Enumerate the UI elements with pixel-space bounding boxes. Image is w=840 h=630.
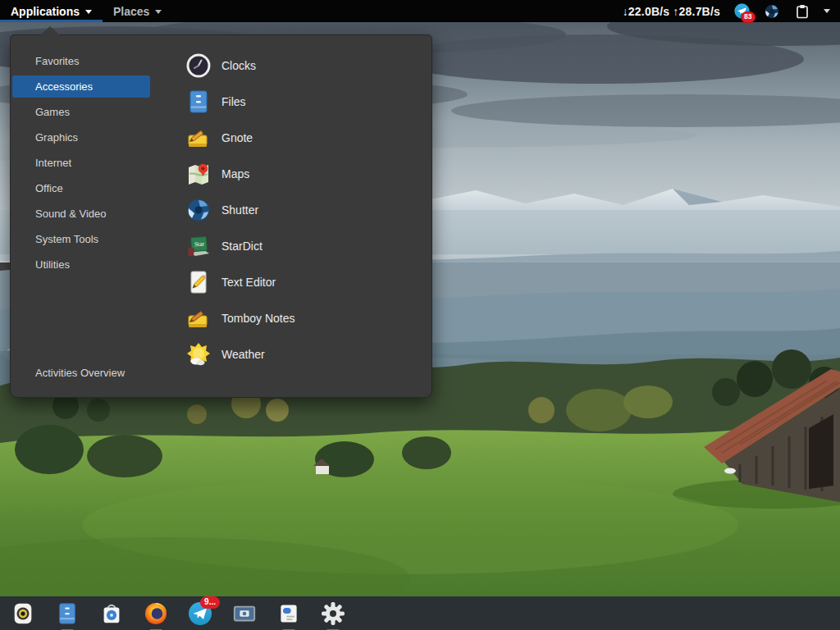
- app-item-files[interactable]: Files: [185, 84, 294, 120]
- camera-app-icon[interactable]: [10, 600, 36, 627]
- bottom-task-bar: 9...: [0, 596, 840, 630]
- category-sound-video[interactable]: Sound & Video: [12, 203, 150, 225]
- shutter-tray-icon[interactable]: [763, 2, 781, 21]
- app-list: Clocks Files G: [185, 48, 294, 372]
- menu-pointer-arrow: [40, 26, 60, 35]
- category-internet[interactable]: Internet: [12, 152, 150, 174]
- app-label: Weather: [221, 348, 265, 361]
- telegram-unread-badge: 9...: [200, 596, 220, 609]
- top-bar: Applications Places ↓22.0B/s ↑28.7B/s 83: [0, 0, 840, 22]
- files-icon: [185, 89, 212, 115]
- app-label: StarDict: [221, 240, 262, 253]
- system-menu-caret[interactable]: [824, 9, 830, 13]
- clocks-icon: [185, 52, 212, 79]
- app-label: Clocks: [221, 59, 256, 72]
- app-item-weather[interactable]: Weather: [185, 336, 294, 372]
- category-list: Favorites Accessories Games Graphics Int…: [12, 50, 150, 279]
- app-label: Files: [221, 95, 246, 108]
- app-label: Maps: [221, 167, 249, 180]
- app-label: Text Editor: [221, 276, 276, 289]
- app-item-shutter[interactable]: Shutter: [185, 192, 294, 228]
- chat-unread-badge: 83: [741, 11, 756, 23]
- category-accessories[interactable]: Accessories: [12, 75, 150, 98]
- chevron-down-icon: [155, 10, 162, 14]
- chevron-down-icon: [85, 10, 92, 14]
- chat-tray-icon[interactable]: 83: [733, 2, 751, 21]
- category-graphics[interactable]: Graphics: [12, 126, 150, 148]
- app-item-tomboy-notes[interactable]: Tomboy Notes: [185, 300, 294, 336]
- app-label: Tomboy Notes: [221, 312, 294, 325]
- clipboard-tray-icon[interactable]: [793, 2, 811, 21]
- app-item-clocks[interactable]: Clocks: [185, 48, 294, 84]
- app-item-maps[interactable]: Maps: [185, 156, 294, 192]
- tomboy-notes-icon: [185, 305, 212, 331]
- stardict-icon: Star: [185, 233, 212, 259]
- top-bar-status-area: ↓22.0B/s ↑28.7B/s 83: [623, 0, 840, 22]
- activities-overview-button[interactable]: Activities Overview: [35, 367, 125, 379]
- category-favorites[interactable]: Favorites: [12, 50, 150, 72]
- category-office[interactable]: Office: [12, 177, 150, 199]
- screenshot-app-icon[interactable]: [231, 600, 258, 627]
- applications-menu-popup: Favorites Accessories Games Graphics Int…: [10, 34, 432, 398]
- gnote-icon: [185, 125, 212, 151]
- network-speed-indicator: ↓22.0B/s ↑28.7B/s: [623, 5, 720, 18]
- places-label: Places: [113, 5, 149, 18]
- places-menu-button[interactable]: Places: [103, 0, 172, 22]
- shutter-icon: [185, 197, 212, 223]
- maps-icon: [185, 161, 212, 187]
- app-item-gnote[interactable]: Gnote: [185, 120, 294, 156]
- applications-label: Applications: [11, 5, 80, 18]
- text-editor-icon: [185, 269, 212, 295]
- category-utilities[interactable]: Utilities: [12, 253, 150, 276]
- applications-menu-button[interactable]: Applications: [0, 0, 103, 22]
- app-label: Gnote: [221, 131, 253, 144]
- category-system-tools[interactable]: System Tools: [12, 228, 150, 250]
- svg-text:Star: Star: [194, 240, 205, 248]
- firefox-app-icon[interactable]: [143, 600, 169, 627]
- app-item-stardict[interactable]: Star StarDict: [185, 228, 294, 264]
- app-label: Shutter: [221, 203, 258, 217]
- weather-icon: [185, 341, 212, 368]
- files-app-icon[interactable]: [54, 600, 80, 627]
- settings-gear-icon[interactable]: [320, 600, 346, 627]
- software-app-icon[interactable]: [98, 600, 125, 627]
- notes-app-icon[interactable]: [276, 600, 302, 627]
- telegram-app-icon[interactable]: 9...: [187, 600, 213, 627]
- app-item-text-editor[interactable]: Text Editor: [185, 264, 294, 300]
- category-games[interactable]: Games: [12, 101, 150, 123]
